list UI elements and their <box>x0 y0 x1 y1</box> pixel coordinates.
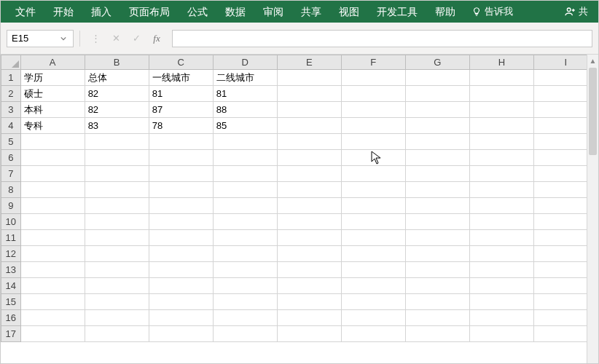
cell[interactable] <box>341 214 405 230</box>
cell[interactable] <box>20 326 85 342</box>
row-header[interactable]: 17 <box>1 326 21 342</box>
cell[interactable] <box>85 166 149 182</box>
row-header[interactable]: 4 <box>1 118 21 134</box>
cell[interactable] <box>213 182 277 198</box>
cell[interactable] <box>149 182 213 198</box>
menu-home[interactable]: 开始 <box>44 1 82 23</box>
cell[interactable] <box>469 294 533 310</box>
more-icon[interactable]: ⋮ <box>86 30 105 47</box>
cell[interactable] <box>277 102 341 118</box>
cell[interactable]: 82 <box>85 102 149 118</box>
col-header[interactable]: H <box>469 55 533 70</box>
cell[interactable] <box>277 70 341 86</box>
cell[interactable]: 二线城市 <box>213 70 277 86</box>
cell[interactable] <box>85 230 149 246</box>
row-header[interactable]: 1 <box>1 70 21 86</box>
row-header[interactable]: 5 <box>1 134 21 150</box>
cell[interactable] <box>85 326 149 342</box>
cell[interactable]: 总体 <box>85 70 149 86</box>
confirm-button[interactable]: ✓ <box>127 30 146 47</box>
cell[interactable] <box>20 198 85 214</box>
row-header[interactable]: 9 <box>1 198 21 214</box>
cell[interactable] <box>213 294 277 310</box>
cell[interactable] <box>149 230 213 246</box>
cell[interactable] <box>469 118 533 134</box>
cell[interactable] <box>469 246 533 262</box>
row-header[interactable]: 8 <box>1 182 21 198</box>
col-header[interactable]: F <box>341 55 405 70</box>
cell[interactable] <box>341 278 405 294</box>
select-all-corner[interactable] <box>1 55 21 70</box>
cell[interactable] <box>469 86 533 102</box>
row-header[interactable]: 7 <box>1 166 21 182</box>
cell[interactable] <box>149 246 213 262</box>
cell[interactable] <box>277 294 341 310</box>
cell[interactable] <box>341 310 405 326</box>
fx-button[interactable]: fx <box>147 30 166 47</box>
cell[interactable] <box>341 230 405 246</box>
cell[interactable] <box>405 246 469 262</box>
row-header[interactable]: 3 <box>1 102 21 118</box>
cell[interactable] <box>469 326 533 342</box>
cell[interactable] <box>213 166 277 182</box>
cell[interactable] <box>213 230 277 246</box>
cell[interactable] <box>277 326 341 342</box>
cell[interactable] <box>405 262 469 278</box>
row-header[interactable]: 15 <box>1 294 21 310</box>
cell[interactable] <box>405 70 469 86</box>
cell[interactable] <box>405 182 469 198</box>
cell[interactable]: 83 <box>85 118 149 134</box>
cell[interactable] <box>149 278 213 294</box>
cell[interactable] <box>85 214 149 230</box>
cell[interactable] <box>405 326 469 342</box>
cell[interactable] <box>405 214 469 230</box>
cell[interactable] <box>277 166 341 182</box>
cell[interactable] <box>213 214 277 230</box>
cell[interactable]: 专科 <box>20 118 85 134</box>
cell[interactable] <box>149 134 213 150</box>
row-header[interactable]: 13 <box>1 262 21 278</box>
cell[interactable] <box>20 230 85 246</box>
cell[interactable]: 82 <box>85 86 149 102</box>
cell[interactable]: 87 <box>149 102 213 118</box>
name-box[interactable]: E15 <box>7 30 74 47</box>
cell[interactable] <box>85 310 149 326</box>
cell[interactable] <box>20 214 85 230</box>
chevron-down-icon[interactable] <box>58 31 68 47</box>
cell[interactable] <box>277 118 341 134</box>
cell[interactable] <box>85 246 149 262</box>
cell[interactable] <box>469 134 533 150</box>
cell[interactable] <box>469 262 533 278</box>
cell[interactable] <box>277 86 341 102</box>
cell[interactable] <box>85 150 149 166</box>
menu-view[interactable]: 视图 <box>330 1 368 23</box>
cell[interactable] <box>405 294 469 310</box>
cell[interactable] <box>405 102 469 118</box>
cell[interactable] <box>20 294 85 310</box>
col-header[interactable]: C <box>149 55 213 70</box>
menu-data[interactable]: 数据 <box>216 1 254 23</box>
row-header[interactable]: 16 <box>1 310 21 326</box>
col-header[interactable]: A <box>20 55 85 70</box>
cell[interactable] <box>85 182 149 198</box>
cell[interactable] <box>405 86 469 102</box>
cell[interactable] <box>405 150 469 166</box>
cell[interactable]: 85 <box>213 118 277 134</box>
cell[interactable] <box>469 182 533 198</box>
menu-review[interactable]: 审阅 <box>254 1 292 23</box>
cell[interactable] <box>469 102 533 118</box>
cell[interactable] <box>149 150 213 166</box>
cell[interactable] <box>405 310 469 326</box>
cell[interactable] <box>20 134 85 150</box>
cell[interactable] <box>341 70 405 86</box>
col-header[interactable]: E <box>277 55 341 70</box>
menu-insert[interactable]: 插入 <box>82 1 120 23</box>
cell[interactable] <box>405 198 469 214</box>
cell[interactable] <box>277 198 341 214</box>
row-header[interactable]: 14 <box>1 278 21 294</box>
cell[interactable]: 81 <box>213 86 277 102</box>
cell[interactable] <box>277 230 341 246</box>
menu-developer[interactable]: 开发工具 <box>368 1 426 23</box>
row-header[interactable]: 11 <box>1 230 21 246</box>
vertical-scrollbar[interactable]: ▲ <box>587 55 598 363</box>
